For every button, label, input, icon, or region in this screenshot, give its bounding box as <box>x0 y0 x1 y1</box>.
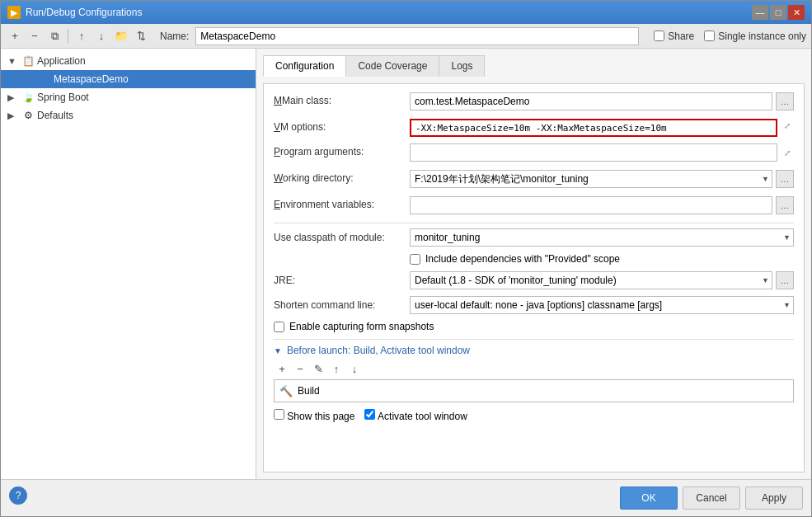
toggle-application: ▼ <box>7 56 19 66</box>
vm-options-input[interactable] <box>410 119 777 137</box>
toolbar-separator-1 <box>68 29 68 44</box>
main-content: ▼ 📋 Application ▶ MetaspaceDemo ▶ 🍃 Spri… <box>1 49 811 479</box>
vm-options-label: VM options: <box>274 119 410 133</box>
tab-configuration[interactable]: Configuration <box>263 55 346 77</box>
program-arguments-expand-button[interactable]: ⤢ <box>781 146 794 159</box>
section-divider-2 <box>274 339 794 340</box>
metaspacedemo-icon: ▶ <box>38 73 51 86</box>
remove-config-button[interactable]: − <box>26 27 44 45</box>
move-up-button[interactable]: ↑ <box>73 27 91 45</box>
shorten-command-row: Shorten command line: user-local default… <box>274 296 794 314</box>
cancel-button[interactable]: Cancel <box>683 486 740 510</box>
help-button[interactable]: ? <box>9 486 27 505</box>
before-launch-remove-button[interactable]: − <box>292 361 308 376</box>
toggle-defaults: ▶ <box>7 110 19 121</box>
activate-tool-checkbox[interactable] <box>364 409 375 420</box>
include-dependencies-row: Include dependencies with "Provided" sco… <box>274 253 794 265</box>
shorten-command-select[interactable]: user-local default: none - java [options… <box>410 296 794 314</box>
run-debug-configurations-window: ▶ Run/Debug Configurations — □ ✕ + − ⧉ ↑… <box>0 0 812 517</box>
before-launch-toggle[interactable]: ▼ <box>274 346 282 355</box>
single-instance-checkbox[interactable] <box>704 31 715 41</box>
classpath-module-select[interactable]: monitor_tuning <box>410 228 794 247</box>
minimize-button[interactable]: — <box>752 5 768 20</box>
share-checkbox-label[interactable]: Share <box>654 31 694 42</box>
single-instance-checkbox-label[interactable]: Single instance only <box>704 31 806 42</box>
environment-variables-browse-button[interactable]: … <box>776 196 794 214</box>
enable-snapshots-checkbox[interactable] <box>274 322 284 332</box>
before-launch-edit-button[interactable]: ✎ <box>310 361 326 376</box>
tab-logs[interactable]: Logs <box>439 55 485 77</box>
activate-tool-label: Activate tool window <box>378 411 467 422</box>
share-checkbox[interactable] <box>654 31 664 41</box>
main-panel: Configuration Code Coverage Logs MMain c… <box>256 49 811 479</box>
environment-variables-control: … <box>410 196 794 214</box>
move-to-folder-button[interactable]: 📁 <box>112 27 130 45</box>
program-arguments-label: Program arguments: <box>274 143 410 157</box>
add-config-button[interactable]: + <box>6 27 24 45</box>
environment-variables-input[interactable] <box>410 196 772 214</box>
main-class-browse-button[interactable]: … <box>776 92 794 110</box>
sidebar-item-defaults[interactable]: ▶ ⚙ Defaults <box>1 106 256 125</box>
titlebar: ▶ Run/Debug Configurations — □ ✕ <box>1 1 811 24</box>
sidebar-label-defaults: Defaults <box>37 110 73 121</box>
sidebar-label-metaspacedemo: MetaspaceDemo <box>54 73 129 85</box>
bottom-button-bar: ? OK Cancel Apply <box>1 479 811 516</box>
program-arguments-input[interactable] <box>410 143 777 162</box>
before-launch-toolbar: + − ✎ ↑ ↓ <box>274 361 794 376</box>
application-icon: 📋 <box>21 54 35 68</box>
show-page-checkbox-label[interactable]: Show this page <box>274 409 354 422</box>
share-options: Share Single instance only <box>654 31 806 42</box>
window-title: Run/Debug Configurations <box>26 7 142 18</box>
working-directory-input[interactable] <box>410 170 772 188</box>
vm-options-expand-button[interactable]: ⤢ <box>781 119 794 132</box>
vm-options-row: VM options: ⤢ <box>274 119 794 137</box>
tab-code-coverage[interactable]: Code Coverage <box>345 55 439 77</box>
show-page-checkbox[interactable] <box>274 409 284 420</box>
include-dependencies-checkbox[interactable] <box>410 254 420 265</box>
sidebar-label-application: Application <box>37 55 86 67</box>
build-list-item: Build <box>298 385 320 397</box>
vm-options-control: ⤢ <box>410 119 794 137</box>
sort-button[interactable]: ⇅ <box>132 27 150 45</box>
jre-select[interactable]: Default (1.8 - SDK of 'monitor_tuning' m… <box>410 271 772 289</box>
close-button[interactable]: ✕ <box>788 5 805 20</box>
section-divider-1 <box>274 223 794 223</box>
sidebar-tree: ▼ 📋 Application ▶ MetaspaceDemo ▶ 🍃 Spri… <box>1 49 256 479</box>
sidebar-item-metaspacedemo[interactable]: ▶ MetaspaceDemo <box>1 70 256 88</box>
build-icon: 🔨 <box>279 385 293 397</box>
sidebar-item-springboot[interactable]: ▶ 🍃 Spring Boot <box>1 88 256 106</box>
include-dependencies-label: Include dependencies with "Provided" sco… <box>425 253 620 265</box>
springboot-icon: 🍃 <box>21 91 35 104</box>
jre-browse-button[interactable]: … <box>776 271 794 289</box>
enable-snapshots-row: Enable capturing form snapshots <box>274 321 794 332</box>
activate-tool-checkbox-label[interactable]: Activate tool window <box>364 409 467 422</box>
shorten-command-label: Shorten command line: <box>274 299 410 311</box>
shorten-command-select-wrapper: user-local default: none - java [options… <box>410 296 794 314</box>
move-down-button[interactable]: ↓ <box>92 27 110 45</box>
apply-button[interactable]: Apply <box>745 486 803 510</box>
copy-config-button[interactable]: ⧉ <box>45 27 63 45</box>
main-toolbar: + − ⧉ ↑ ↓ 📁 ⇅ Name: Share Single instanc… <box>1 24 811 49</box>
name-input[interactable] <box>195 27 639 45</box>
show-page-label: Show this page <box>287 411 354 422</box>
maximize-button[interactable]: □ <box>770 5 786 20</box>
classpath-module-select-wrapper: monitor_tuning ▼ <box>410 228 794 247</box>
jre-label: JRE: <box>274 275 410 286</box>
before-launch-down-button[interactable]: ↓ <box>346 361 363 376</box>
before-launch-add-button[interactable]: + <box>274 361 290 376</box>
working-directory-browse-button[interactable]: … <box>776 170 794 188</box>
working-directory-control: ▼ … <box>410 170 794 188</box>
ok-button[interactable]: OK <box>620 486 678 510</box>
name-field-label: Name: <box>160 31 189 42</box>
window-icon: ▶ <box>7 6 21 19</box>
sidebar-item-application[interactable]: ▼ 📋 Application <box>1 52 256 70</box>
tab-bar: Configuration Code Coverage Logs <box>263 55 805 77</box>
main-class-label: MMain class: <box>274 92 410 106</box>
before-launch-up-button[interactable]: ↑ <box>328 361 345 376</box>
before-launch-label: Before launch: Build, Activate tool wind… <box>287 345 470 356</box>
environment-variables-row: Environment variables: … <box>274 196 794 216</box>
toggle-springboot: ▶ <box>7 92 19 103</box>
main-class-input[interactable] <box>410 92 772 110</box>
program-arguments-control: ⤢ <box>410 143 794 162</box>
jre-row: JRE: Default (1.8 - SDK of 'monitor_tuni… <box>274 271 794 289</box>
